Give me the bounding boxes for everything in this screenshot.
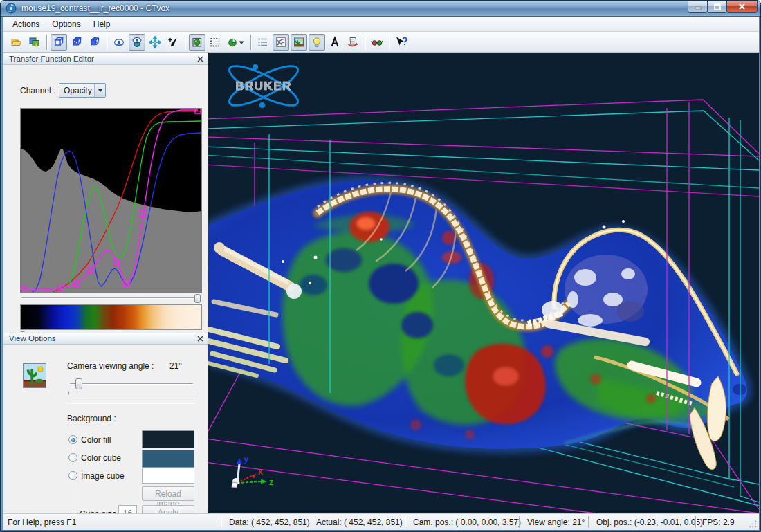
view-options-title: View Options xyxy=(9,334,56,342)
combo-dropdown-button[interactable] xyxy=(94,84,105,97)
menu-help[interactable]: Help xyxy=(87,17,117,31)
status-data-size: Data: ( 452, 452, 851) xyxy=(229,517,310,527)
pick-position-button[interactable] xyxy=(165,34,181,51)
title-bar[interactable]: mouse19_contrast__ir_rec0000 - CTvox xyxy=(1,1,761,17)
slider-thumb[interactable] xyxy=(194,294,201,303)
camera-angle-slider[interactable] xyxy=(67,378,196,390)
slider-thumb[interactable] xyxy=(75,378,82,389)
marquee-icon xyxy=(209,36,221,48)
clip-sphere-icon xyxy=(227,36,246,48)
landscape-icon xyxy=(293,36,305,48)
status-divider xyxy=(519,516,520,528)
background-image-button[interactable] xyxy=(291,34,307,51)
channel-label: Channel : xyxy=(20,86,55,95)
channel-value: Opacity xyxy=(59,86,94,95)
toolbar-separator xyxy=(389,35,389,50)
transfer-function-plot[interactable] xyxy=(20,108,202,293)
solid-voxel-cube-button[interactable] xyxy=(86,34,103,51)
tf-panel-title: Transfer Function Editor xyxy=(9,55,94,63)
reload-image-button[interactable]: Reload image xyxy=(142,486,194,501)
annotation-text-button[interactable] xyxy=(327,34,343,51)
separator-line xyxy=(67,403,196,404)
app-icon xyxy=(6,3,17,14)
status-fps: FPS: 2.9 xyxy=(702,517,735,527)
textured-cube-button[interactable] xyxy=(68,34,85,51)
status-view-angle: View angle: 21° xyxy=(527,517,585,527)
menu-bar: Actions Options Help xyxy=(3,17,759,32)
show-object-button[interactable] xyxy=(129,34,145,51)
colormap-gradient-bar[interactable] xyxy=(20,304,202,330)
bounding-box-sphere-button[interactable] xyxy=(189,34,205,51)
close-button[interactable] xyxy=(726,1,758,13)
dock-panels: Transfer Function Editor Channel : Opaci… xyxy=(3,53,208,513)
lightbulb-icon xyxy=(311,36,323,48)
menu-actions[interactable]: Actions xyxy=(6,17,46,31)
sphere-in-box-icon xyxy=(191,36,203,48)
transfer-function-editor-panel: Transfer Function Editor Channel : Opaci… xyxy=(3,53,208,332)
status-divider xyxy=(695,516,696,528)
maximize-button[interactable] xyxy=(707,1,727,13)
tf-panel-close-icon[interactable] xyxy=(197,56,203,62)
pan-view-button[interactable] xyxy=(147,34,163,51)
volume-render-view[interactable]: BRUKER y x z xyxy=(208,53,759,513)
y-axis-label: y xyxy=(244,454,249,464)
stereo-glasses-button[interactable] xyxy=(369,34,385,51)
view-options-panel: View Options Camera viewing angle : 21° xyxy=(3,332,208,513)
menu-options[interactable]: Options xyxy=(46,17,86,31)
status-object-position: Obj. pos.: (-0.23, -0.01, 0.05) xyxy=(596,517,703,527)
color-cube-radio[interactable] xyxy=(68,453,77,462)
status-divider xyxy=(405,516,405,528)
color-fill-label: Color fill xyxy=(81,435,111,445)
context-help-button[interactable] xyxy=(393,34,410,51)
wireframe-cube-button[interactable] xyxy=(51,34,67,51)
letter-a-icon xyxy=(329,36,341,48)
movie-transform-button[interactable] xyxy=(345,34,361,51)
channel-select[interactable]: Opacity xyxy=(59,83,106,98)
toolbar-separator xyxy=(365,35,365,50)
transfer-function-button[interactable] xyxy=(273,34,289,51)
clip-volume-dropdown-button[interactable] xyxy=(225,34,247,51)
view-options-header: View Options xyxy=(3,332,208,345)
image-stack-icon xyxy=(28,36,41,48)
open-file-button[interactable] xyxy=(8,34,25,51)
voxel-cube-icon xyxy=(89,36,101,48)
slider-track xyxy=(21,297,200,299)
lighting-button[interactable] xyxy=(309,34,325,51)
render-viewport[interactable]: BRUKER y x z xyxy=(208,53,759,513)
save-image-set-button[interactable] xyxy=(26,34,43,51)
tf-panel-header: Transfer Function Editor xyxy=(3,53,208,65)
resize-grip[interactable] xyxy=(749,520,758,529)
chevron-down-icon xyxy=(98,89,103,92)
camera-angle-label: Camera viewing angle : xyxy=(67,361,154,371)
window-title: mouse19_contrast__ir_rec0000 - CTvox xyxy=(21,3,169,13)
color-cube-swatch[interactable] xyxy=(142,450,194,468)
status-actual-size: Actual: ( 452, 452, 851) xyxy=(316,517,403,527)
tf-range-slider-top[interactable] xyxy=(19,293,203,303)
list-icon xyxy=(257,36,269,48)
slider-track xyxy=(70,383,193,385)
view-options-close-icon[interactable] xyxy=(197,336,203,342)
minimize-icon xyxy=(695,3,702,10)
z-axis-label: z xyxy=(269,477,274,487)
slider-tick xyxy=(68,392,69,394)
show-view-button[interactable] xyxy=(111,34,127,51)
image-cube-radio[interactable] xyxy=(68,471,77,480)
status-help: For Help, press F1 xyxy=(8,517,76,527)
minimize-button[interactable] xyxy=(688,1,708,13)
pick-arrow-icon xyxy=(167,36,179,48)
camera-angle-value: 21° xyxy=(169,361,182,371)
eye-icon xyxy=(113,36,125,48)
toolbar xyxy=(3,32,759,53)
curves-chart-icon xyxy=(275,36,287,48)
image-cube-field[interactable] xyxy=(142,468,194,484)
close-icon xyxy=(738,3,746,10)
maximize-icon xyxy=(714,3,721,10)
wireframe-cube-icon xyxy=(53,36,65,48)
color-fill-radio[interactable] xyxy=(68,435,77,444)
image-cube-label: Image cube xyxy=(81,471,125,481)
selection-marquee-button[interactable] xyxy=(207,34,223,51)
display-list-button[interactable] xyxy=(255,34,271,51)
status-camera-position: Cam. pos.: ( 0.00, 0.00, 3.57) xyxy=(413,517,521,527)
window-frame-left xyxy=(1,17,3,530)
color-fill-swatch[interactable] xyxy=(142,430,194,448)
